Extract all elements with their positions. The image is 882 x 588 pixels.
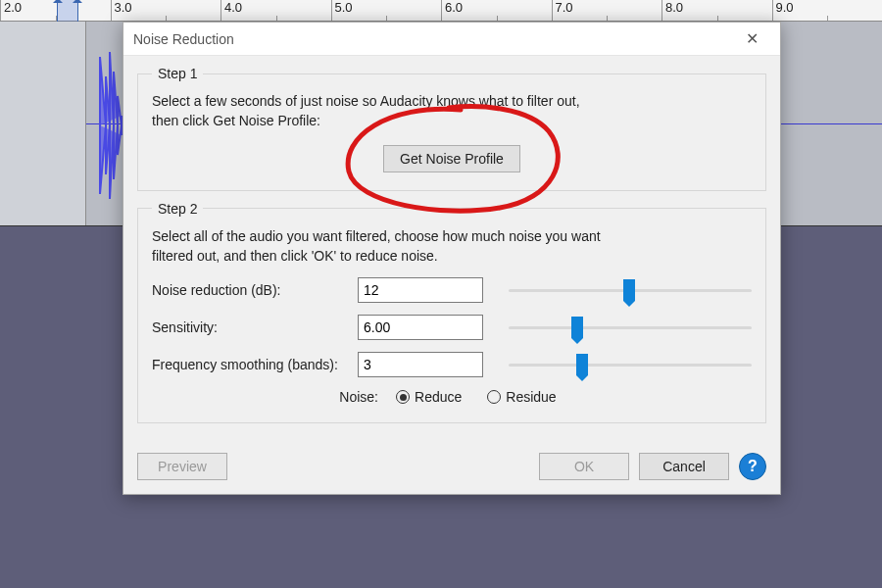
dialog-title: Noise Reduction	[133, 31, 733, 47]
ruler-tick: 5.0	[331, 0, 442, 21]
ruler-tick: 3.0	[111, 0, 221, 21]
ruler-tick: 6.0	[441, 0, 552, 21]
noise-residue-radio[interactable]: Residue	[487, 389, 556, 405]
noise-reduction-input[interactable]	[358, 277, 483, 303]
step1-group: Step 1 Select a few seconds of just nois…	[137, 66, 766, 191]
noise-mode-row: Noise: Reduce Residue	[152, 389, 752, 405]
step2-line1: Select all of the audio you want filtere…	[152, 228, 601, 244]
param-sensitivity: Sensitivity:	[152, 315, 752, 340]
help-button[interactable]: ?	[739, 453, 766, 480]
sensitivity-input[interactable]	[358, 315, 483, 340]
freq-smoothing-label: Frequency smoothing (bands):	[152, 357, 358, 372]
ok-button[interactable]: OK	[539, 453, 629, 480]
noise-reduction-label: Noise reduction (dB):	[152, 282, 358, 298]
ruler-tick: 7.0	[552, 0, 662, 21]
cancel-button[interactable]: Cancel	[639, 453, 729, 480]
freq-smoothing-input[interactable]	[358, 352, 483, 377]
ruler-tick: 2.0	[0, 0, 111, 21]
preview-button[interactable]: Preview	[137, 453, 227, 480]
sensitivity-slider[interactable]	[509, 317, 752, 338]
step2-legend: Step 2	[152, 201, 203, 217]
sensitivity-label: Sensitivity:	[152, 319, 358, 335]
track-header[interactable]	[0, 22, 86, 225]
ruler-tick: 8.0	[662, 0, 772, 21]
step2-instructions: Select all of the audio you want filtere…	[152, 226, 752, 267]
radio-icon	[487, 390, 501, 404]
radio-icon	[396, 390, 410, 404]
help-icon: ?	[748, 458, 758, 475]
close-icon[interactable]: ✕	[733, 31, 770, 47]
noise-reduction-slider[interactable]	[509, 279, 752, 301]
timeline-ruler[interactable]: 2.0 3.0 4.0 5.0 6.0 7.0 8.0 9.0	[0, 0, 882, 22]
dialog-footer: Preview OK Cancel ?	[123, 447, 780, 494]
slider-track	[509, 326, 752, 329]
dialog-titlebar[interactable]: Noise Reduction ✕	[123, 23, 780, 56]
step1-line2: then click Get Noise Profile:	[152, 113, 320, 128]
get-noise-profile-button[interactable]: Get Noise Profile	[383, 145, 520, 172]
slider-thumb[interactable]	[623, 279, 635, 301]
param-noise-reduction: Noise reduction (dB):	[152, 277, 752, 303]
noise-reduce-radio[interactable]: Reduce	[396, 389, 462, 405]
noise-label: Noise:	[339, 389, 378, 405]
step1-instructions: Select a few seconds of just noise so Au…	[152, 91, 752, 131]
noise-reduction-dialog: Noise Reduction ✕ Step 1 Select a few se…	[122, 22, 781, 495]
freq-smoothing-slider[interactable]	[509, 354, 752, 375]
slider-thumb[interactable]	[571, 317, 583, 338]
step1-legend: Step 1	[152, 66, 203, 81]
slider-thumb[interactable]	[576, 354, 588, 375]
radio-label: Residue	[506, 389, 556, 405]
step2-line2: filtered out, and then click 'OK' to red…	[152, 248, 438, 264]
ruler-tick: 4.0	[220, 0, 331, 21]
param-freq-smoothing: Frequency smoothing (bands):	[152, 352, 752, 377]
step2-group: Step 2 Select all of the audio you want …	[137, 201, 766, 424]
ruler-tick: 9.0	[772, 0, 883, 21]
slider-track	[509, 364, 752, 367]
step1-line1: Select a few seconds of just noise so Au…	[152, 93, 580, 109]
radio-label: Reduce	[415, 389, 462, 405]
